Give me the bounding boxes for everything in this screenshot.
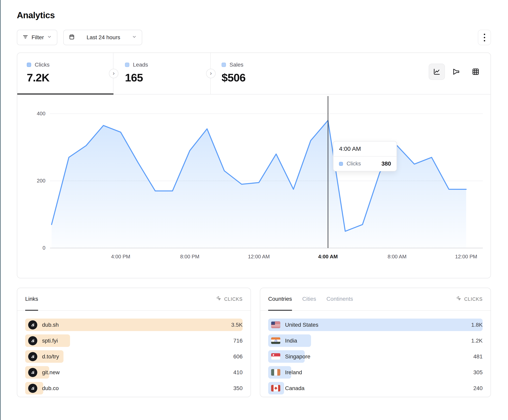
date-range-label: Last 24 hours: [78, 34, 129, 41]
clicks-tab-label: Clicks: [35, 62, 50, 68]
funnel-view-icon[interactable]: [448, 64, 464, 80]
link-row[interactable]: dub.sh 3.5K: [25, 319, 243, 331]
singapore-flag-icon: [271, 353, 280, 360]
link-label: spti.fyi: [42, 338, 58, 344]
country-row[interactable]: Ireland 305: [268, 366, 483, 379]
us-flag-icon: [271, 322, 280, 328]
leads-legend-chip: [125, 63, 129, 67]
expand-leads-chevron[interactable]: ›: [206, 69, 216, 78]
country-label: Canada: [285, 385, 305, 391]
link-clicks-value: 3.5K: [231, 322, 243, 328]
active-tab-underline: [17, 94, 113, 94]
link-clicks-value: 606: [233, 354, 243, 360]
country-label: India: [285, 338, 297, 344]
link-label: dub.co: [42, 385, 59, 391]
tab-countries[interactable]: Countries: [268, 288, 292, 311]
tooltip-series-value: 380: [381, 160, 391, 167]
canada-flag-icon: [271, 385, 280, 391]
links-list: dub.sh 3.5K spti.fyi 716 d.t: [17, 311, 251, 394]
link-label: dub.sh: [42, 322, 59, 328]
page-title: Analytics: [17, 10, 491, 20]
link-clicks-value: 716: [233, 338, 243, 344]
chevron-down-icon: [132, 34, 137, 41]
dub-logo-icon: [28, 368, 37, 377]
country-clicks-value: 1.2K: [471, 338, 483, 344]
country-clicks-value: 305: [473, 369, 483, 376]
country-clicks-value: 481: [473, 354, 483, 360]
india-flag-icon: [271, 337, 280, 344]
line-chart-icon[interactable]: [429, 64, 445, 80]
more-options-button[interactable]: [478, 30, 491, 45]
cursor-click-icon: [216, 296, 222, 303]
clicks-legend-chip: [27, 63, 31, 67]
dub-logo-icon: [28, 320, 37, 329]
countries-metric-selector[interactable]: CLICKS: [456, 288, 483, 310]
analytics-card: Clicks 7.2K Leads 165 Sales $506: [17, 52, 491, 278]
filter-lines-icon: [22, 34, 28, 41]
country-row[interactable]: Singapore 481: [268, 350, 483, 363]
countries-panel: Countries Cities Continents CLICKS Uni: [260, 288, 491, 397]
tooltip-series-label: Clicks: [347, 161, 378, 167]
stats-tabs: Clicks 7.2K Leads 165 Sales $506: [17, 53, 491, 94]
leads-tab-value: 165: [125, 71, 210, 84]
sales-legend-chip: [222, 63, 226, 67]
chart-tooltip: 4:00 AM Clicks 380: [333, 141, 397, 171]
link-row[interactable]: d.to/try 606: [25, 350, 243, 363]
country-label: United States: [285, 322, 318, 328]
clicks-area-chart: [50, 105, 484, 259]
table-view-icon[interactable]: [468, 64, 484, 80]
dub-logo-icon: [28, 336, 37, 345]
link-label: git.new: [42, 369, 60, 376]
country-row[interactable]: United States 1.8K: [268, 319, 483, 331]
link-label: d.to/try: [42, 354, 59, 360]
chart-view-switcher: [429, 64, 484, 80]
tooltip-time: 4:00 AM: [333, 141, 396, 157]
sales-tab-label: Sales: [230, 62, 243, 68]
link-clicks-value: 350: [233, 385, 243, 391]
calendar-icon: [69, 34, 75, 41]
country-clicks-value: 240: [473, 385, 483, 391]
tab-leads[interactable]: Leads 165: [113, 53, 211, 94]
link-row[interactable]: git.new 410: [25, 366, 243, 379]
tab-continents[interactable]: Continents: [327, 288, 353, 311]
analytics-page: Analytics Filter Last 24 hours: [0, 10, 508, 397]
clicks-time-series-chart[interactable]: 0200400 4:00 PM8:00 PM12:00 AM4:00 AM8:0…: [17, 94, 491, 278]
links-metric-selector[interactable]: CLICKS: [216, 288, 243, 310]
dub-logo-icon: [28, 352, 37, 361]
tooltip-series-chip: [339, 162, 343, 166]
tab-clicks[interactable]: Clicks 7.2K: [17, 53, 113, 94]
tab-links[interactable]: Links: [25, 288, 38, 311]
clicks-tab-value: 7.2K: [27, 71, 113, 84]
tab-sales[interactable]: Sales $506: [211, 53, 491, 94]
country-label: Ireland: [285, 369, 302, 376]
country-row[interactable]: Canada 240: [268, 382, 483, 394]
link-row[interactable]: dub.co 350: [25, 382, 243, 394]
cursor-click-icon: [456, 296, 462, 303]
tab-cities[interactable]: Cities: [302, 288, 316, 311]
filter-button[interactable]: Filter: [17, 30, 57, 45]
ireland-flag-icon: [271, 369, 280, 376]
toolbar: Filter Last 24 hours: [17, 30, 491, 45]
chevron-down-icon: [47, 34, 52, 41]
date-range-button[interactable]: Last 24 hours: [63, 30, 142, 45]
chart-crosshair: [328, 96, 328, 248]
links-metric-label: CLICKS: [224, 296, 243, 302]
countries-list: United States 1.8K India 1.2K: [260, 311, 491, 394]
dub-logo-icon: [28, 384, 37, 393]
link-clicks-value: 410: [233, 369, 243, 376]
link-row[interactable]: spti.fyi 716: [25, 334, 243, 347]
links-panel: Links CLICKS dub.sh 3.5K: [17, 288, 251, 397]
filter-button-label: Filter: [31, 34, 44, 41]
expand-clicks-chevron[interactable]: ›: [109, 69, 119, 78]
kebab-menu-icon: [484, 34, 485, 35]
country-clicks-value: 1.8K: [471, 322, 483, 328]
leads-tab-label: Leads: [133, 62, 148, 68]
country-label: Singapore: [285, 354, 310, 360]
country-row[interactable]: India 1.2K: [268, 334, 483, 347]
window-edge-strip: [0, 0, 0, 420]
countries-metric-label: CLICKS: [464, 296, 483, 302]
